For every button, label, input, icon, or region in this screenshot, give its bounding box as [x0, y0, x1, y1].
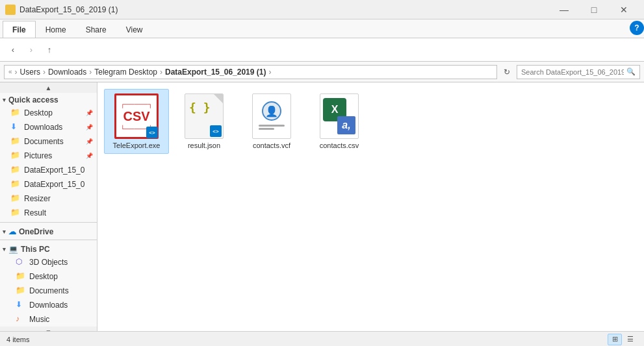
- search-box[interactable]: 🔍: [517, 65, 640, 79]
- vcf-icon-area: 👤: [249, 93, 294, 139]
- folder-yellow-icon: 📁: [10, 165, 21, 175]
- thispc-header[interactable]: ▾ 💻 This PC: [0, 242, 97, 255]
- contacts-csv-label: contacts.csv: [320, 142, 359, 149]
- csv-top-bracket: ┌─────┐: [120, 101, 153, 108]
- vcf-icon: 👤: [252, 93, 291, 139]
- json-icon: { } <>: [185, 93, 224, 139]
- ribbon: File Home Share View ?: [0, 19, 644, 38]
- sidebar-music-label: Music: [29, 315, 49, 324]
- contacts-vcf-label: contacts.vcf: [253, 142, 290, 149]
- item-count: 4 items: [6, 336, 29, 343]
- json-icon-area: { } <>: [181, 93, 227, 139]
- sidebar-pictures-qa-label: Pictures: [24, 151, 52, 160]
- close-button[interactable]: ✕: [609, 0, 639, 19]
- sidebar-item-downloads-pc[interactable]: ⬇ Downloads: [0, 298, 97, 312]
- sidebar-item-pictures-qa[interactable]: 📁 Pictures 📌: [0, 149, 97, 163]
- maximize-button[interactable]: □: [579, 0, 609, 19]
- sidebar-item-result[interactable]: 📁 Result: [0, 206, 97, 220]
- pin-icon-3: 📌: [86, 138, 93, 145]
- help-button[interactable]: ?: [630, 21, 644, 35]
- search-input[interactable]: [521, 68, 624, 76]
- status-bar: 4 items ⊞ ☰: [0, 331, 644, 346]
- tab-view[interactable]: View: [116, 21, 153, 38]
- sidebar-dataexport1-label: DataExport_15_0: [24, 166, 84, 175]
- sidebar-documents-pc-label: Documents: [29, 286, 69, 295]
- breadcrumb-expand[interactable]: «: [8, 68, 12, 75]
- search-icon[interactable]: 🔍: [626, 68, 636, 76]
- result-json-label: result.json: [188, 142, 220, 149]
- title-bar-left: DataExport_15_06_2019 (1): [5, 5, 118, 15]
- teleexport-icon-area: ┌─────┐ CSV └─────┘ <>: [114, 93, 159, 139]
- sidebar-item-3dobjects[interactable]: ⬡ 3D Objects: [0, 255, 97, 269]
- vcf-lines: [259, 123, 285, 131]
- breadcrumb-users[interactable]: Users: [20, 68, 40, 77]
- tab-file[interactable]: File: [3, 21, 36, 38]
- file-item-contacts-vcf[interactable]: 👤 contacts.vcf: [239, 89, 304, 154]
- back-button[interactable]: ‹: [5, 42, 21, 58]
- path-sep-2: ›: [89, 68, 92, 77]
- sidebar-item-dataexport1[interactable]: 📁 DataExport_15_0: [0, 163, 97, 177]
- breadcrumb-current[interactable]: DataExport_15_06_2019 (1): [165, 68, 266, 77]
- breadcrumb-telegram[interactable]: Telegram Desktop: [94, 68, 157, 77]
- view-buttons: ⊞ ☰: [608, 334, 638, 345]
- pin-icon: 📌: [86, 110, 93, 116]
- downloads-icon: ⬇: [10, 122, 21, 132]
- tab-home[interactable]: Home: [36, 21, 76, 38]
- sidebar-item-downloads-qa[interactable]: ⬇ Downloads 📌: [0, 120, 97, 134]
- page-fold: [214, 94, 223, 103]
- list-view-button[interactable]: ☰: [623, 334, 638, 345]
- tab-share[interactable]: Share: [76, 21, 116, 38]
- 3d-objects-icon: ⬡: [16, 257, 26, 267]
- path-sep-4: ›: [268, 68, 271, 77]
- sidebar-downloads-pc-label: Downloads: [29, 301, 68, 310]
- folder-icon: [5, 5, 16, 15]
- file-item-result-json[interactable]: { } <> result.json: [172, 89, 237, 154]
- forward-button[interactable]: ›: [23, 42, 39, 58]
- folder-blue-icon-5: 📁: [16, 286, 26, 296]
- sidebar-item-documents-qa[interactable]: 📁 Documents 📌: [0, 134, 97, 149]
- sidebar-3dobjects-label: 3D Objects: [29, 258, 68, 267]
- minimize-button[interactable]: —: [549, 0, 579, 19]
- file-item-teleexport[interactable]: ┌─────┐ CSV └─────┘ <> TeleExport.exe: [104, 89, 169, 154]
- sidebar-documents-qa-label: Documents: [24, 137, 64, 146]
- grid-view-button[interactable]: ⊞: [608, 334, 622, 345]
- ribbon-tabs: File Home Share View ?: [0, 19, 644, 38]
- sidebar-item-music[interactable]: ♪ Music: [0, 312, 97, 327]
- sidebar-resizer-label: Resizer: [24, 194, 51, 203]
- sidebar-item-documents-pc[interactable]: 📁 Documents: [0, 284, 97, 298]
- sidebar-scroll-up[interactable]: ▲: [0, 82, 97, 93]
- onedrive-label: OneDrive: [19, 227, 53, 236]
- sidebar: ▲ ▾ Quick access 📁 Desktop 📌 ⬇ Downloads…: [0, 82, 97, 331]
- ribbon-content: ‹ › ↑: [0, 38, 644, 62]
- file-item-contacts-csv[interactable]: X a, contacts.csv: [307, 89, 372, 154]
- thispc-chevron: ▾: [3, 246, 6, 253]
- quick-access-header[interactable]: ▾ Quick access: [0, 93, 97, 106]
- vcf-avatar: 👤: [262, 101, 281, 121]
- csv-icon: ┌─────┐ CSV └─────┘ <>: [114, 93, 159, 139]
- sidebar-item-resizer[interactable]: 📁 Resizer: [0, 192, 97, 206]
- folder-yellow-icon-4: 📁: [10, 208, 21, 218]
- onedrive-cloud-icon: ☁: [8, 227, 16, 236]
- breadcrumb-downloads[interactable]: Downloads: [48, 68, 86, 77]
- sidebar-item-dataexport2[interactable]: 📁 DataExport_15_0: [0, 177, 97, 192]
- address-bar: « › Users › Downloads › Telegram Desktop…: [0, 62, 644, 82]
- sidebar-scroll-down[interactable]: ▼: [0, 327, 97, 331]
- window-title: DataExport_15_06_2019 (1): [19, 5, 118, 14]
- refresh-button[interactable]: ↻: [500, 65, 514, 79]
- excel-x-label: X: [331, 104, 339, 116]
- content-area[interactable]: ┌─────┐ CSV └─────┘ <> TeleExport.exe { …: [97, 82, 644, 331]
- pin-icon-2: 📌: [86, 124, 93, 130]
- path-sep-3: ›: [160, 68, 162, 77]
- excel-csv-icon-area: X a,: [316, 93, 362, 139]
- onedrive-header[interactable]: ▾ ☁ OneDrive: [0, 225, 97, 238]
- vcf-line-2: [259, 128, 274, 130]
- teleexport-label: TeleExport.exe: [113, 142, 161, 149]
- sidebar-item-desktop-qa[interactable]: 📁 Desktop 📌: [0, 106, 97, 120]
- sidebar-desktop-qa-label: Desktop: [24, 108, 53, 117]
- sidebar-dataexport2-label: DataExport_15_0: [24, 180, 84, 189]
- folder-yellow-icon-3: 📁: [10, 193, 21, 204]
- sidebar-item-desktop-pc[interactable]: 📁 Desktop: [0, 269, 97, 284]
- address-path[interactable]: « › Users › Downloads › Telegram Desktop…: [4, 65, 497, 79]
- sidebar-result-label: Result: [24, 208, 46, 217]
- up-button[interactable]: ↑: [42, 42, 57, 58]
